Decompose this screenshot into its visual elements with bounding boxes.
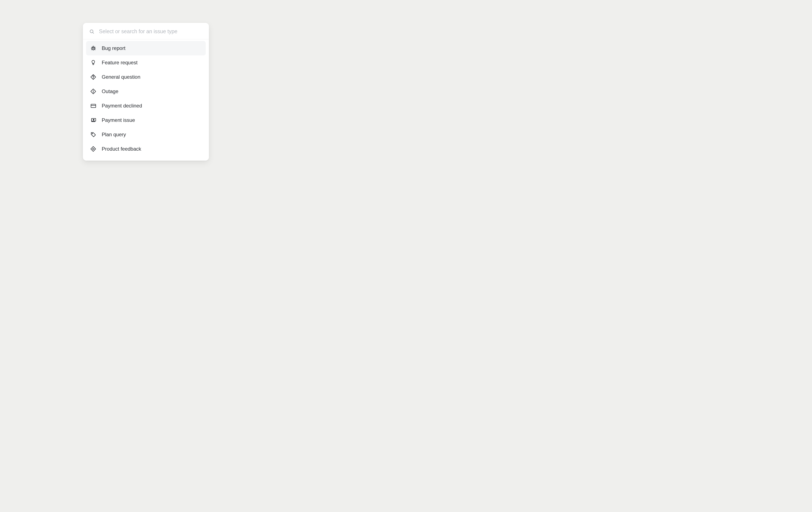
option-payment-declined[interactable]: Payment declined — [86, 98, 206, 113]
option-general-question[interactable]: General question — [86, 70, 206, 84]
option-label: Payment issue — [102, 117, 135, 123]
svg-line-6 — [94, 47, 95, 48]
option-label: Payment declined — [102, 103, 142, 109]
option-bug-report[interactable]: Bug report — [86, 41, 206, 55]
svg-line-8 — [94, 49, 95, 50]
svg-point-17 — [92, 133, 92, 134]
svg-line-5 — [91, 47, 92, 48]
bug-icon — [90, 45, 96, 51]
lightbulb-icon — [90, 60, 96, 65]
option-payment-issue[interactable]: Payment issue — [86, 113, 206, 127]
svg-line-7 — [91, 49, 92, 50]
cash-icon — [90, 117, 96, 123]
option-label: Bug report — [102, 45, 125, 51]
option-label: Product feedback — [102, 146, 141, 152]
alert-diamond-icon — [90, 88, 96, 94]
svg-line-1 — [93, 32, 94, 33]
option-feature-request[interactable]: Feature request — [86, 55, 206, 70]
feedback-diamond-icon — [90, 146, 96, 152]
options-list: Bug report Feature request General q — [83, 39, 209, 156]
tag-icon — [90, 132, 96, 138]
issue-type-dropdown: Bug report Feature request General q — [83, 23, 209, 161]
svg-point-12 — [93, 92, 93, 92]
option-label: Outage — [102, 88, 118, 94]
option-product-feedback[interactable]: Product feedback — [86, 142, 206, 156]
credit-card-icon — [90, 103, 96, 109]
option-outage[interactable]: Outage — [86, 84, 206, 98]
option-label: Feature request — [102, 60, 138, 65]
svg-point-16 — [93, 119, 94, 120]
option-label: General question — [102, 74, 140, 80]
question-diamond-icon — [90, 74, 96, 80]
option-plan-query[interactable]: Plan query — [86, 127, 206, 142]
search-row — [83, 23, 209, 39]
svg-rect-13 — [91, 104, 96, 108]
search-input[interactable] — [99, 28, 203, 34]
option-label: Plan query — [102, 132, 126, 138]
search-icon — [89, 29, 94, 34]
